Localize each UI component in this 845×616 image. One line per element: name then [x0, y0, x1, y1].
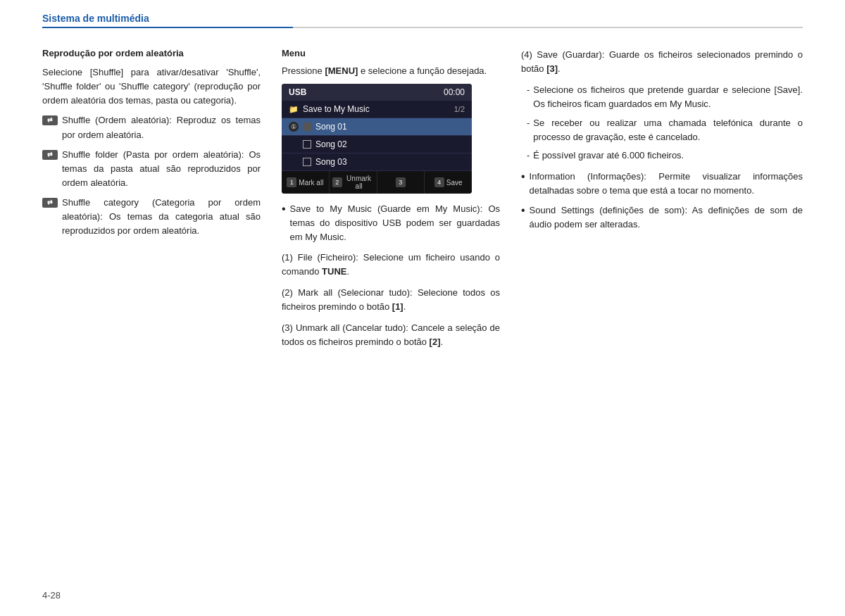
shuffle-category-icon: ⇄: [42, 198, 58, 208]
list-item: • Save to My Music (Guarde em My Music):…: [282, 202, 500, 244]
sub-bullet-3: - É possível gravar até 6.000 ficheiros.: [527, 149, 803, 163]
item-num-3: (3): [282, 322, 296, 333]
usb-time: 00:00: [444, 87, 465, 97]
list-item: ⇄ Shuffle folder (Pasta por ordem aleató…: [42, 148, 261, 190]
save-my-music-description: Save to My Music (Guarde em My Music): O…: [290, 202, 500, 244]
sub-bullet-text-2: Se receber ou realizar uma chamada telef…: [533, 116, 803, 144]
page-indicator: 1/2: [454, 105, 465, 113]
bullet-text: Shuffle folder (Pasta por ordem aleatóri…: [62, 148, 261, 190]
left-column: Reprodução por ordem aleatória Selecione…: [42, 48, 261, 356]
song-checkbox-2[interactable]: [303, 140, 311, 149]
bullet-text: Shuffle (Ordem aleatória): Reproduz os t…: [62, 113, 261, 142]
dash-icon: -: [527, 116, 530, 144]
list-item: ⇄ Shuffle (Ordem aleatória): Reproduz os…: [42, 113, 261, 142]
bullet-dot: •: [521, 171, 525, 182]
btn-num-4: 4: [434, 177, 444, 187]
song-name-3: Song 03: [315, 157, 347, 167]
numbered-item-3: (3) Unmark all (Cancelar tudo): Cancele …: [282, 321, 500, 349]
song-checkbox-3[interactable]: [303, 158, 311, 166]
dash-icon: -: [527, 83, 530, 111]
list-item: • Sound Settings (definições de som): As…: [521, 203, 803, 232]
sound-settings-description: Sound Settings (definições de som): As d…: [530, 203, 803, 232]
btn-num-3: 3: [396, 177, 406, 187]
usb-song-row-3: Song 03: [282, 153, 472, 171]
shuffle-bullet-list: ⇄ Shuffle (Ordem aleatória): Reproduz os…: [42, 113, 261, 238]
item-num-1: (1): [282, 252, 298, 263]
usb-label: USB: [289, 87, 306, 97]
save-to-my-music-label: Save to My Music: [303, 104, 370, 114]
left-intro-text: Selecione [Shuffle] para ativar/desativa…: [42, 65, 261, 108]
song-number: ①: [289, 122, 299, 132]
menu-section-title: Menu: [282, 48, 500, 58]
unmark-all-label: Unmark all: [344, 175, 374, 190]
sub-bullet-text-3: É possível gravar até 6.000 ficheiros.: [533, 149, 684, 163]
page-footer: 4-28: [42, 590, 61, 601]
item-num-4: (4): [521, 49, 537, 60]
usb-save-row: 📁 Save to My Music 1/2: [282, 101, 472, 118]
middle-column: Menu Pressione [MENU] e selecione a funç…: [282, 48, 500, 356]
header-title: Sistema de multimédia: [42, 13, 803, 24]
folder-icon: 📁: [289, 105, 299, 114]
btn3-area: 3: [377, 171, 425, 194]
shuffle-folder-icon: ⇄: [42, 150, 58, 160]
numbered-item-1: (1) File (Ficheiro): Selecione um fichei…: [282, 251, 500, 279]
item-num-2: (2): [282, 287, 298, 298]
btn-num-2: 2: [332, 177, 342, 187]
usb-bottom-bar: 1 Mark all 2 Unmark all 3 4 Save: [282, 171, 472, 194]
unmark-all-button[interactable]: 2 Unmark all: [330, 171, 377, 194]
shuffle-icon: ⇄: [42, 115, 58, 125]
song-checkbox-1[interactable]: [303, 122, 311, 131]
btn-num-1: 1: [287, 177, 296, 187]
menu-intro-text: Pressione [MENU] e selecione a função de…: [282, 64, 500, 78]
list-item: ⇄ Shuffle category (Categoria por ordem …: [42, 196, 261, 238]
dash-icon: -: [527, 149, 530, 163]
bullet-dot: •: [521, 205, 525, 216]
information-description: Information (Informações): Permite visua…: [530, 170, 803, 198]
save-button[interactable]: 4 Save: [425, 171, 472, 194]
sub-bullet-1: - Selecione os ficheiros que pretende gu…: [527, 83, 803, 111]
main-content: Reprodução por ordem aleatória Selecione…: [0, 28, 845, 370]
numbered-item-4: (4) Save (Guardar): Guarde os ficheiros …: [521, 48, 803, 76]
sub-bullet-text-1: Selecione os ficheiros que pretende guar…: [533, 83, 803, 111]
usb-screen-header: USB 00:00: [282, 84, 472, 101]
numbered-item-2: (2) Mark all (Selecionar tudo): Selecion…: [282, 286, 500, 314]
mark-all-button[interactable]: 1 Mark all: [282, 171, 330, 194]
left-section-title: Reprodução por ordem aleatória: [42, 48, 261, 58]
page-number: 4-28: [42, 590, 61, 601]
usb-song-row-1: ① Song 01: [282, 118, 472, 136]
right-bullet-list: • Information (Informações): Permite vis…: [521, 170, 803, 232]
mark-all-label: Mark all: [299, 179, 323, 187]
song-name-2: Song 02: [315, 139, 347, 149]
menu-bullet-list: • Save to My Music (Guarde em My Music):…: [282, 202, 500, 244]
bullet-dot: •: [282, 203, 286, 215]
save-label: Save: [446, 179, 463, 187]
right-column: (4) Save (Guardar): Guarde os ficheiros …: [521, 48, 803, 356]
page-header: Sistema de multimédia: [0, 0, 845, 28]
sub-bullet-2: - Se receber ou realizar uma chamada tel…: [527, 116, 803, 144]
bullet-text: Shuffle category (Categoria por ordem al…: [62, 196, 261, 238]
list-item: • Information (Informações): Permite vis…: [521, 170, 803, 198]
song-name-1: Song 01: [315, 122, 347, 132]
usb-song-row-2: Song 02: [282, 136, 472, 153]
usb-screen: USB 00:00 📁 Save to My Music 1/2 ① Song …: [282, 84, 472, 194]
